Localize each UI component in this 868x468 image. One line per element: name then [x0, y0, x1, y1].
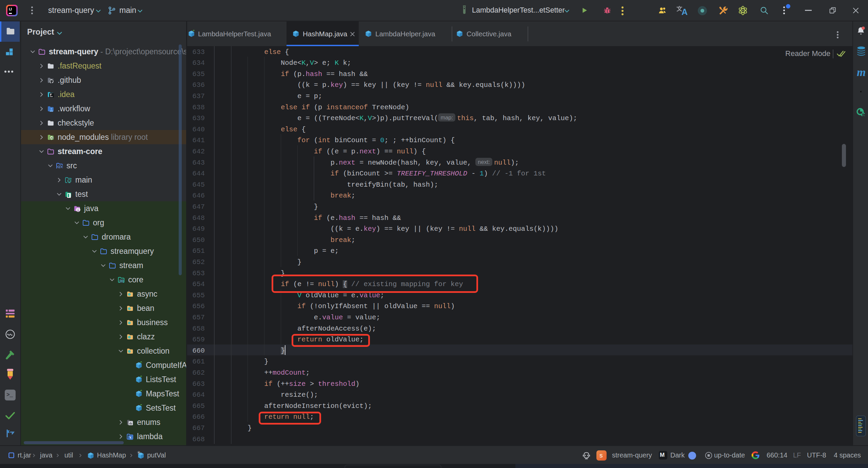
svg-text:JS: JS: [50, 137, 53, 139]
